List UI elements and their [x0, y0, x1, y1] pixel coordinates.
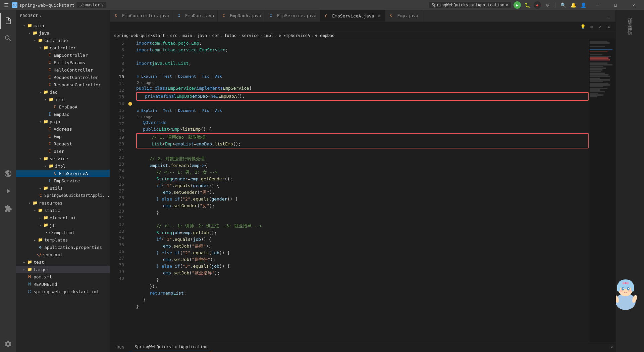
tree-item-EntityParams[interactable]: C EntityParams: [16, 59, 110, 66]
tree-item-java[interactable]: ▾ 📁 java: [16, 29, 110, 37]
tree-item-resources[interactable]: ▾ 📁 resources: [16, 199, 110, 207]
code-content[interactable]: import com.futao.pojo.Emp; import com.fu…: [133, 39, 589, 342]
hint-document-13[interactable]: Document: [178, 107, 196, 114]
tree-item-app-prop[interactable]: ⚙ application.properties: [16, 244, 110, 251]
breadcrumb-EmpServiceA[interactable]: ⊙ EmpServiceA: [278, 33, 310, 38]
tree-item-User[interactable]: C User: [16, 147, 110, 155]
explorer-icon[interactable]: [0, 13, 16, 29]
right-char-jian[interactable]: 简: [626, 21, 634, 24]
maximize-button[interactable]: □: [608, 0, 623, 10]
tree-item-emp-html[interactable]: </> emp.html: [16, 229, 110, 236]
run-button[interactable]: ▶: [514, 1, 521, 9]
settings-editor-button[interactable]: ⚙: [605, 23, 613, 31]
tab-EmpController[interactable]: C EmpController.java: [110, 10, 173, 21]
tree-item-templates[interactable]: ▸ 📁 templates: [16, 236, 110, 244]
profile-button[interactable]: 👤: [580, 1, 587, 9]
tree-item-RequestController[interactable]: C RequestController: [16, 74, 110, 81]
breadcrumb-sep-2: ›: [179, 33, 181, 38]
tree-item-EmpDao[interactable]: I EmpDao: [16, 111, 110, 118]
breadcrumb-futao[interactable]: futao: [224, 33, 236, 38]
right-char-jing[interactable]: 镜: [626, 25, 634, 28]
tree-item-Address[interactable]: C Address: [16, 125, 110, 133]
hint-test-10[interactable]: Test: [163, 73, 172, 80]
right-char-yi[interactable]: 译: [626, 13, 634, 15]
tree-item-SpringWebApp[interactable]: C SpringWebQuickstartAppli...: [16, 192, 110, 199]
breadcrumb-main[interactable]: main: [182, 33, 192, 38]
plugins-icon[interactable]: [0, 201, 16, 217]
tree-item-element-ui[interactable]: ▸ 📁 element-ui: [16, 214, 110, 221]
tree-item-HelloController[interactable]: C HelloController: [16, 66, 110, 74]
format-button[interactable]: ≡: [588, 23, 595, 31]
menu-icon[interactable]: ☰: [3, 2, 10, 8]
code-editor[interactable]: 5 6 7 8 9 10 11 12 13 14 15 16 17 18 19 …: [110, 39, 615, 342]
more-tabs-button[interactable]: ⋯: [605, 14, 613, 21]
tree-item-target[interactable]: ▸ 📁 target: [16, 266, 110, 273]
breadcrumb-com[interactable]: com: [212, 33, 219, 38]
tree-item-EmpService[interactable]: I EmpService: [16, 177, 110, 184]
tab-EmpService[interactable]: I EmpService.java: [265, 10, 320, 21]
hint-test-13[interactable]: Test: [163, 107, 172, 114]
breadcrumb-empDao[interactable]: ⊙ empDao: [315, 33, 335, 38]
notification-icon[interactable]: ●: [534, 1, 541, 9]
hint-ask-10[interactable]: Ask: [215, 73, 222, 80]
tree-item-js[interactable]: ▾ 📁 js: [16, 221, 110, 229]
tree-item-readme[interactable]: M README.md: [16, 280, 110, 288]
tree-item-Emp[interactable]: C Emp: [16, 133, 110, 140]
tree-item-EmpDaoA[interactable]: C EmpDaoA: [16, 103, 110, 111]
tree-item-futao[interactable]: ▾ 📁 com.futao: [16, 37, 110, 44]
tree-item-service[interactable]: ▾ 📁 service: [16, 155, 110, 162]
hint-ask-13[interactable]: Ask: [215, 107, 222, 114]
settings-icon[interactable]: ⚙: [544, 1, 551, 9]
tree-item-pom[interactable]: M pom.xml: [16, 273, 110, 280]
run-debug-icon[interactable]: [0, 183, 16, 199]
hint-fix-13[interactable]: Fix: [202, 107, 209, 114]
tree-item-emp-xml[interactable]: </> emp.xml: [16, 251, 110, 258]
hint-explain-10[interactable]: ⊙ Explain: [137, 73, 157, 80]
hint-fix-10[interactable]: Fix: [202, 73, 209, 80]
light-bulb-button[interactable]: 💡: [579, 23, 587, 31]
tree-item-ResponseController[interactable]: C ResponseController: [16, 81, 110, 88]
hint-document-10[interactable]: Document: [178, 73, 196, 80]
search-icon[interactable]: [0, 30, 16, 46]
vcs-icon[interactable]: [0, 166, 16, 182]
override-gutter-14[interactable]: ⬤: [127, 100, 133, 107]
tree-item-EmpServiceA[interactable]: C EmpServiceA: [16, 170, 110, 177]
breadcrumb-java[interactable]: java: [197, 33, 207, 38]
debug-button[interactable]: 🐛: [524, 1, 531, 9]
run-config[interactable]: SpringWebQuickstartApplication ∨: [429, 2, 511, 8]
tree-item-iml[interactable]: ⬡ spring-web-quickstart.iml: [16, 288, 110, 295]
settings-nav-icon[interactable]: [0, 336, 16, 352]
tree-item-controller[interactable]: ▾ 📁 controller: [16, 44, 110, 51]
tree-item-impl-dao[interactable]: ▾ 📁 impl: [16, 96, 110, 103]
tab-close-EmpServiceA[interactable]: ✕: [376, 13, 382, 18]
close-button[interactable]: ✕: [626, 0, 641, 10]
bottom-tab-app[interactable]: SpringWebQuickstartApplication: [131, 343, 212, 351]
breadcrumb-project[interactable]: spring-web-quickstart: [114, 33, 165, 38]
check-button[interactable]: ✓: [597, 23, 604, 31]
tree-item-dao[interactable]: ▾ 📁 dao: [16, 88, 110, 96]
hint-explain-13[interactable]: ⊙ Explain: [137, 107, 157, 114]
close-bottom-button[interactable]: ✕: [610, 345, 613, 349]
tree-item-Request[interactable]: C Request: [16, 140, 110, 147]
tab-EmpServiceA[interactable]: C EmpServiceA.java ✕: [320, 10, 385, 21]
breadcrumb-sep-9: ›: [311, 33, 314, 38]
breadcrumb-src[interactable]: src: [170, 33, 177, 38]
tree-item-main[interactable]: ▾ 📁 main: [16, 22, 110, 29]
tree-item-impl-svc[interactable]: ▾ 📁 impl: [16, 162, 110, 170]
branch-selector[interactable]: ⎇ master ∨: [76, 2, 106, 8]
breadcrumb-service[interactable]: service: [241, 33, 259, 38]
minimize-button[interactable]: —: [590, 0, 605, 10]
tree-item-utils[interactable]: ▸ 📁 utils: [16, 184, 110, 192]
bottom-tab-run[interactable]: Run: [113, 344, 128, 351]
tree-item-test[interactable]: ▸ 📁 test: [16, 258, 110, 266]
right-char-kan[interactable]: 看: [626, 17, 634, 19]
tree-item-pojo[interactable]: ▾ 📁 pojo: [16, 118, 110, 125]
tab-Emp[interactable]: C Emp.java: [385, 10, 422, 21]
tree-item-EmpController[interactable]: C EmpController: [16, 51, 110, 59]
tab-EmpDao[interactable]: I EmpDao.java: [173, 10, 218, 21]
tab-EmpDaoA[interactable]: C EmpDaoA.java: [218, 10, 265, 21]
bell-button[interactable]: 🔔: [570, 1, 577, 9]
search-button[interactable]: 🔍: [559, 1, 567, 9]
tree-item-static[interactable]: ▾ 📁 static: [16, 207, 110, 214]
breadcrumb-impl[interactable]: impl: [264, 33, 273, 38]
